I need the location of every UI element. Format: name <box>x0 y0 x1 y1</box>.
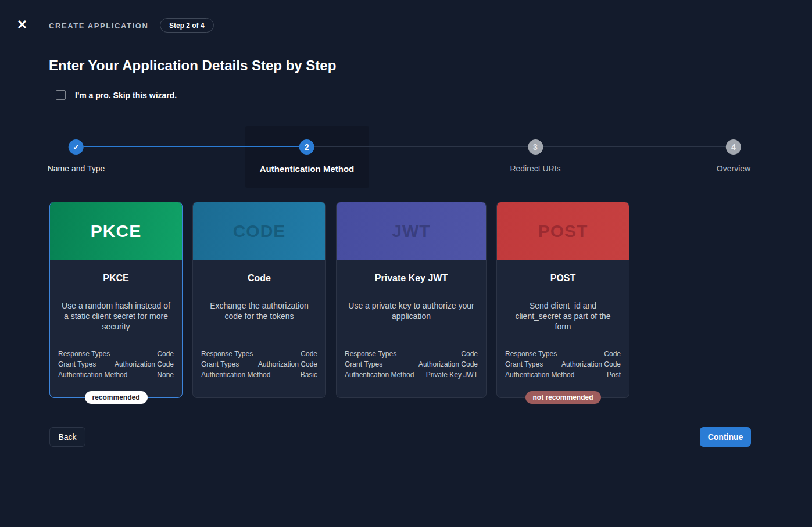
card-details: Response Types Code Grant Types Authoriz… <box>201 349 317 380</box>
detail-value: Code <box>461 349 478 359</box>
detail-label: Grant Types <box>505 359 543 370</box>
card-title: POST <box>505 273 621 284</box>
step-name-and-type[interactable]: ✓ Name and Type <box>48 139 105 173</box>
detail-row: Grant Types Authorization Code <box>505 359 621 370</box>
card-title: Private Key JWT <box>345 273 478 284</box>
step-label: Redirect URIs <box>510 164 560 173</box>
card-banner: CODE <box>193 202 325 260</box>
detail-label: Grant Types <box>58 359 96 370</box>
detail-row: Response Types Code <box>58 349 174 359</box>
detail-value: Authorization Code <box>115 359 174 370</box>
card-description: Use a private key to authorize your appl… <box>345 301 478 322</box>
detail-row: Authentication Method Basic <box>201 370 317 380</box>
recommended-badge: recommended <box>84 391 147 404</box>
card-banner-label: PKCE <box>91 221 141 241</box>
step-number: 3 <box>528 139 543 155</box>
page-title: Enter Your Application Details Step by S… <box>49 58 336 74</box>
detail-row: Authentication Method None <box>58 370 174 380</box>
card-description: Send client_id and client_secret as part… <box>505 301 621 332</box>
auth-method-card-post[interactable]: POST POST Send client_id and client_secr… <box>496 202 629 398</box>
detail-label: Grant Types <box>345 359 382 370</box>
detail-label: Response Types <box>201 349 253 359</box>
skip-wizard-label: I'm a pro. Skip this wizard. <box>75 91 177 100</box>
detail-value: Code <box>604 349 621 359</box>
detail-value: Authorization Code <box>561 359 621 370</box>
card-body: Private Key JWT Use a private key to aut… <box>337 260 486 397</box>
step-authentication-method[interactable]: 2 Authentication Method <box>260 139 354 174</box>
card-banner-label: POST <box>538 221 588 241</box>
detail-label: Grant Types <box>201 359 239 370</box>
auth-method-card-list: PKCE PKCE Use a random hash instead of a… <box>49 202 629 398</box>
card-description: Exchange the authorization code for the … <box>201 301 317 322</box>
step-overview[interactable]: 4 Overview <box>717 139 750 173</box>
card-description: Use a random hash instead of a static cl… <box>58 301 174 332</box>
step-count-badge: Step 2 of 4 <box>160 18 214 33</box>
step-label: Name and Type <box>48 164 105 173</box>
auth-method-card-pkce[interactable]: PKCE PKCE Use a random hash instead of a… <box>49 202 183 398</box>
detail-label: Authentication Method <box>201 370 270 380</box>
close-icon[interactable]: ✕ <box>15 17 30 33</box>
detail-row: Grant Types Authorization Code <box>345 359 478 370</box>
detail-row: Grant Types Authorization Code <box>201 359 317 370</box>
card-details: Response Types Code Grant Types Authoriz… <box>505 349 621 380</box>
continue-button[interactable]: Continue <box>700 427 751 447</box>
detail-value: Authorization Code <box>258 359 317 370</box>
detail-label: Response Types <box>58 349 110 359</box>
card-banner: JWT <box>337 202 486 260</box>
skip-wizard-row[interactable]: I'm a pro. Skip this wizard. <box>56 90 177 100</box>
detail-value: Post <box>607 370 621 380</box>
card-body: POST Send client_id and client_secret as… <box>497 260 629 397</box>
detail-label: Authentication Method <box>345 370 414 380</box>
step-done-check-icon: ✓ <box>69 139 84 155</box>
card-banner: POST <box>497 202 629 260</box>
step-redirect-uris[interactable]: 3 Redirect URIs <box>510 139 560 173</box>
detail-row: Response Types Code <box>201 349 317 359</box>
detail-value: Basic <box>301 370 317 380</box>
auth-method-card-code[interactable]: CODE Code Exchange the authorization cod… <box>192 202 326 398</box>
card-banner: PKCE <box>50 202 182 260</box>
detail-label: Response Types <box>345 349 396 359</box>
detail-value: Authorization Code <box>418 359 478 370</box>
detail-label: Response Types <box>505 349 557 359</box>
not-recommended-badge: not recommended <box>525 391 600 404</box>
detail-label: Authentication Method <box>58 370 127 380</box>
detail-row: Authentication Method Post <box>505 370 621 380</box>
detail-row: Authentication Method Private Key JWT <box>345 370 478 380</box>
card-details: Response Types Code Grant Types Authoriz… <box>58 349 174 380</box>
card-banner-label: CODE <box>233 221 286 241</box>
card-title: Code <box>201 273 317 284</box>
detail-value: Code <box>301 349 317 359</box>
auth-method-card-jwt[interactable]: JWT Private Key JWT Use a private key to… <box>336 202 487 398</box>
card-body: Code Exchange the authorization code for… <box>193 260 325 397</box>
skip-wizard-checkbox[interactable] <box>56 90 66 100</box>
step-label: Overview <box>717 164 750 173</box>
card-banner-label: JWT <box>392 221 430 241</box>
stepper-connector <box>542 146 727 147</box>
card-body: PKCE Use a random hash instead of a stat… <box>50 260 182 397</box>
step-number: 2 <box>299 139 314 155</box>
detail-row: Grant Types Authorization Code <box>58 359 174 370</box>
detail-row: Response Types Code <box>505 349 621 359</box>
detail-row: Response Types Code <box>345 349 478 359</box>
card-title: PKCE <box>58 273 174 284</box>
detail-value: None <box>157 370 174 380</box>
detail-label: Authentication Method <box>505 370 574 380</box>
card-details: Response Types Code Grant Types Authoriz… <box>345 349 478 380</box>
step-label: Authentication Method <box>260 164 354 174</box>
detail-value: Code <box>157 349 174 359</box>
detail-value: Private Key JWT <box>426 370 478 380</box>
wizard-title: CREATE APPLICATION <box>49 21 149 30</box>
back-button[interactable]: Back <box>49 427 85 447</box>
step-number: 4 <box>726 139 741 155</box>
